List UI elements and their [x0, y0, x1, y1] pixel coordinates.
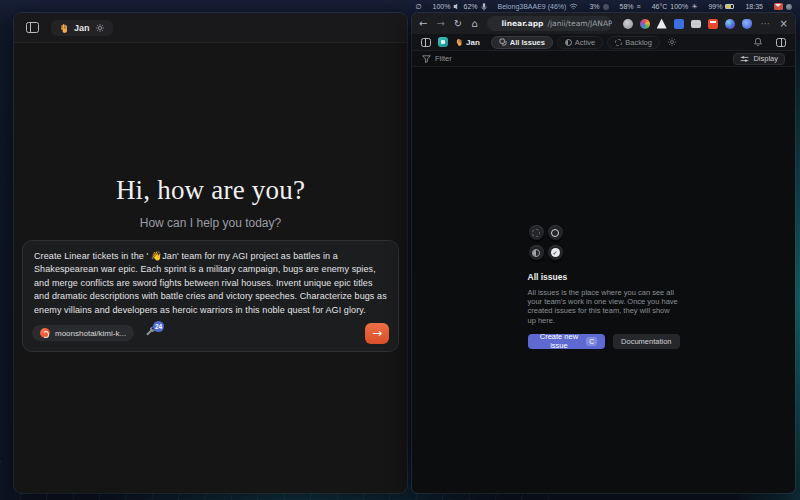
browser-close-button[interactable]: ×: [780, 19, 788, 29]
empty-state-title: All issues: [528, 272, 680, 282]
view-settings-gear-icon[interactable]: [667, 37, 677, 47]
disk-icon: ☀: [691, 3, 697, 11]
address-bar[interactable]: linear.app/janii/team/JANAPP/all: [487, 16, 612, 31]
tab-backlog[interactable]: Backlog: [607, 36, 660, 49]
disk-usage: 100%: [670, 3, 688, 10]
extension-cloud-icon[interactable]: [657, 19, 667, 29]
wave-emoji-icon: [59, 23, 69, 33]
wifi-network: Belong3BAAE9 (46%): [498, 3, 567, 10]
wave-emoji-icon: [455, 38, 463, 46]
model-name: moonshotai/kimi-k...: [55, 329, 126, 338]
send-button[interactable]: →: [365, 323, 389, 344]
tray-icon[interactable]: [786, 4, 792, 10]
url-host: linear.app: [502, 19, 544, 28]
volume-level: 100%: [433, 3, 451, 10]
greeting-subtitle: How can I help you today?: [14, 216, 407, 230]
greeting-title: Hi, how are you?: [14, 175, 407, 206]
create-new-issue-button[interactable]: Create new issue C: [528, 334, 606, 349]
gear-icon[interactable]: [95, 23, 105, 33]
backlog-status-icon: [615, 39, 622, 46]
jan-team-name: Jan: [74, 23, 90, 33]
browser-toolbar: ← → ↻ ⌂ linear.app/janii/team/JANAPP/all…: [412, 13, 795, 34]
linear-filter-bar: Filter Display: [412, 51, 795, 67]
mic-icon: [481, 3, 487, 11]
speaker-icon: [453, 3, 460, 10]
done-icon: ✓: [548, 245, 563, 260]
linear-team-name: Jan: [466, 38, 480, 47]
extension-color-wheel-icon[interactable]: [640, 19, 650, 29]
memory-usage: 58%: [620, 3, 634, 10]
in-progress-icon: [529, 245, 544, 260]
active-status-icon: [565, 39, 572, 46]
layers-icon: [499, 38, 507, 46]
browser-window: ← → ↻ ⌂ linear.app/janii/team/JANAPP/all…: [412, 13, 795, 493]
workspace-logo-icon[interactable]: [438, 37, 448, 47]
filter-button[interactable]: Filter: [422, 54, 452, 63]
battery-icon: [725, 4, 734, 9]
back-button[interactable]: ←: [419, 19, 427, 29]
backlog-icon: [529, 225, 544, 240]
tab-active[interactable]: Active: [557, 36, 603, 49]
right-panel-toggle-icon[interactable]: [776, 38, 786, 47]
forward-button[interactable]: →: [436, 19, 444, 29]
jan-titlebar[interactable]: Jan: [14, 13, 407, 43]
tools-button[interactable]: 24: [144, 325, 158, 341]
display-sliders-icon: [740, 55, 749, 63]
jan-team-selector[interactable]: Jan: [51, 20, 113, 36]
filter-funnel-icon: [422, 55, 431, 63]
moonshot-logo-icon: [40, 328, 50, 338]
temperature: 46°C: [652, 3, 668, 10]
browser-more-menu[interactable]: ⋯: [761, 19, 771, 29]
reload-button[interactable]: ↻: [454, 19, 462, 29]
display-options-button[interactable]: Display: [733, 53, 785, 65]
system-status-bar: ∅ 100% 62% Belong3BAAE9 (46%) 3% 58% ≡ 4…: [410, 0, 800, 13]
filter-label: Filter: [435, 54, 452, 63]
send-arrow-icon: →: [372, 327, 382, 339]
dnd-icon: ∅: [415, 3, 421, 11]
all-issues-empty-state: ✓ All issues All issues is the place whe…: [528, 225, 680, 349]
shortcut-key-badge: C: [586, 337, 597, 346]
extension-orange-icon[interactable]: [708, 19, 718, 29]
linear-content-area: ✓ All issues All issues is the place whe…: [412, 67, 795, 492]
cpu-usage: 3%: [589, 3, 599, 10]
cpu-icon: [603, 4, 609, 10]
extension-sphere-icon[interactable]: [725, 19, 735, 29]
empty-state-description: All issues is the place where you can se…: [528, 288, 680, 325]
prompt-input[interactable]: Create Linear tickets in the ' 👋Jan' tea…: [34, 250, 387, 317]
extensions-row: [623, 19, 752, 29]
battery-level: 99%: [708, 3, 722, 10]
display-label: Display: [753, 54, 778, 63]
linear-sidebar-toggle-icon[interactable]: [421, 38, 431, 47]
extension-creature-icon[interactable]: [742, 19, 752, 29]
extension-globe-icon[interactable]: [623, 19, 633, 29]
model-selector[interactable]: moonshotai/kimi-k...: [32, 325, 134, 341]
mail-icon[interactable]: [774, 3, 783, 10]
sidebar-toggle-icon[interactable]: [26, 22, 39, 33]
linear-team-label: Jan: [455, 38, 480, 47]
linear-header: Jan All Issues Active Backlog: [412, 34, 795, 51]
wifi-icon: [569, 3, 578, 10]
linear-view-tabs: All Issues Active Backlog: [491, 36, 677, 49]
tab-label: All Issues: [510, 38, 545, 47]
jan-app-window: Jan Hi, how are you? How can I help you …: [14, 13, 407, 493]
documentation-button[interactable]: Documentation: [613, 334, 679, 349]
mic-level: 62%: [463, 3, 477, 10]
memory-icon: ≡: [637, 3, 641, 10]
todo-icon: [548, 225, 563, 240]
tools-count-badge: 24: [153, 321, 164, 332]
create-issue-label: Create new issue: [536, 332, 583, 350]
home-button[interactable]: ⌂: [471, 19, 477, 29]
composer-toolbar: moonshotai/kimi-k... 24 →: [32, 322, 389, 344]
url-path: /janii/team/JANAPP/all: [547, 19, 611, 28]
jan-hero: Hi, how are you? How can I help you toda…: [14, 175, 407, 230]
notifications-bell-icon[interactable]: [753, 37, 763, 47]
tab-label: Active: [575, 38, 595, 47]
extension-flag-icon[interactable]: [674, 19, 684, 29]
tab-label: Backlog: [625, 38, 652, 47]
status-icons-grid: ✓: [529, 225, 680, 260]
chat-composer[interactable]: Create Linear tickets in the ' 👋Jan' tea…: [22, 240, 399, 352]
clock: 18:35: [745, 3, 763, 10]
extension-mail-icon[interactable]: [691, 20, 701, 28]
tab-all-issues[interactable]: All Issues: [491, 36, 553, 49]
